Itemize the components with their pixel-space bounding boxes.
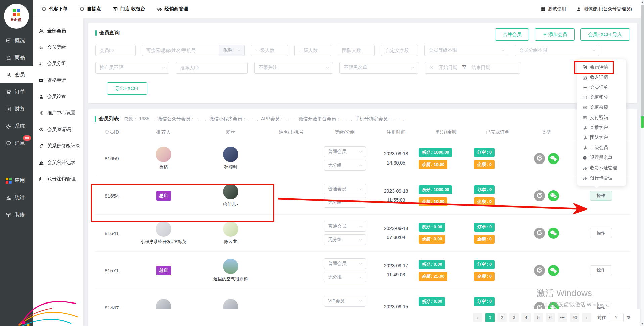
sidebar-item-orders[interactable]: 订单 — [0, 83, 33, 100]
group-select[interactable]: 无分组 — [324, 197, 366, 208]
submenu-qualification[interactable]: 资格申请 — [33, 72, 83, 88]
menu-item-income-detail[interactable]: 收入详情 — [577, 72, 626, 82]
submenu-member-groups[interactable]: 会员分组 — [33, 55, 83, 72]
menu-item-recharge-balance[interactable]: 充值余额 — [577, 102, 626, 112]
sidebar-item-goods[interactable]: 商品 — [0, 49, 33, 66]
scroll-up-icon[interactable]: ▲ — [641, 1, 644, 4]
last-page-button[interactable]: 70 — [570, 313, 579, 322]
chevron-down-icon — [237, 48, 241, 53]
group-select[interactable]: 无分组 — [324, 160, 366, 171]
level1-count-input[interactable] — [251, 45, 288, 56]
nav-item-proxy-order[interactable]: 代客下单 — [41, 6, 68, 12]
member-id-input[interactable] — [95, 45, 136, 56]
merge-member-button[interactable]: 合并会员 — [495, 28, 529, 41]
page-button[interactable]: 4 — [521, 313, 531, 322]
submenu-merge-log[interactable]: 会员合并记录 — [33, 154, 83, 171]
member-excel-import-button[interactable]: 会员EXCEL导入 — [580, 28, 630, 41]
scrollbar-thumb[interactable] — [641, 5, 644, 116]
scroll-down-icon[interactable]: ▼ — [641, 322, 644, 325]
sidebar-item-messages[interactable]: 消息80 — [0, 135, 33, 152]
chevron-down-icon — [358, 150, 363, 154]
menu-item-member-orders[interactable]: 会员订单 — [577, 82, 626, 92]
follow-filter-select[interactable]: 不限关注 — [254, 62, 333, 74]
page-scrollbar[interactable]: ▲ ▼ — [641, 0, 644, 326]
menu-item-recharge-points[interactable]: 充值积分 — [577, 92, 626, 102]
menu-item-upper-member[interactable]: 上级会员 — [577, 143, 626, 153]
level-select[interactable]: 普通会员 — [324, 221, 366, 232]
sidebar-item-statistics[interactable]: 统计 — [0, 189, 33, 206]
row-action-button[interactable]: 操作 — [590, 228, 612, 238]
submenu-invite-code[interactable]: 会员邀请码 — [33, 121, 83, 138]
nav-item-pickup-point[interactable]: 自提点 — [79, 6, 101, 12]
fan-cell: 陈云龙 — [195, 221, 266, 245]
add-member-button[interactable]: ＋ 添加会员 — [535, 28, 575, 41]
points-badge: 积分0.00 — [419, 297, 445, 306]
custom-field-input[interactable] — [381, 45, 418, 56]
member-level-select[interactable]: 会员等级不限 — [424, 45, 508, 56]
next-page-button[interactable]: › — [582, 313, 591, 322]
submenu-all-members[interactable]: 全部会员 — [33, 22, 83, 39]
sidebar-item-members[interactable]: 会员 — [0, 66, 33, 83]
page-button[interactable]: 6 — [546, 313, 555, 322]
keyword-input[interactable] — [142, 45, 219, 56]
blacklist-filter-select[interactable]: 不限黑名单 — [339, 62, 418, 74]
current-shop[interactable]: 测试使用 — [541, 6, 566, 12]
chevron-down-icon — [358, 262, 363, 266]
group-select[interactable]: 无分组 — [324, 234, 366, 245]
submenu-member-settings[interactable]: 会员设置 — [33, 88, 83, 105]
points-badge: 积分1000.00 — [419, 148, 452, 157]
menu-item-direct-customers[interactable]: 直推客户 — [577, 123, 626, 133]
menu-item-bankcard-management[interactable]: 银行卡管理 — [577, 173, 626, 183]
page-button[interactable]: 1 — [485, 313, 495, 322]
balance-badge: 余额10.00 — [419, 160, 447, 169]
menu-item-address-management[interactable]: 收货地址管理 — [577, 163, 626, 173]
page-button[interactable]: 5 — [534, 313, 543, 322]
menu-item-pay-password[interactable]: 支付密码 — [577, 112, 626, 123]
referrer-id-input[interactable] — [176, 62, 248, 74]
submenu-member-levels[interactable]: 会员等级 — [33, 39, 83, 55]
member-type-cell — [521, 153, 571, 164]
menu-item-set-blacklist[interactable]: 设置黑名单 — [577, 153, 626, 163]
menu-item-team-customers[interactable]: 团队客户 — [577, 133, 626, 143]
keyword-type-select[interactable]: 昵称 — [219, 45, 245, 56]
balance-badge: 余额25.00 — [419, 272, 447, 281]
submenu-account-cancellation[interactable]: 账号注销管理 — [33, 171, 83, 187]
page-button[interactable]: 3 — [509, 313, 519, 322]
row-action-button-active[interactable]: 操作 — [590, 191, 612, 201]
open-platform-icon — [534, 265, 545, 276]
sidebar-item-decorate[interactable]: 装修 — [0, 206, 33, 223]
level-select[interactable]: 普通会员 — [324, 146, 366, 157]
level-select[interactable]: VIP会员 — [324, 296, 366, 307]
member-type-cell — [521, 190, 571, 201]
ellipsis-button[interactable]: ••• — [558, 313, 567, 322]
sidebar-item-overview[interactable]: 概况 — [0, 32, 33, 49]
nav-item-dealer-management[interactable]: 经销商管理 — [157, 6, 188, 12]
sidebar-item-system[interactable]: 系统 — [0, 118, 33, 135]
fan-cell: 孙顺利 — [195, 147, 266, 170]
goto-page-input[interactable] — [609, 313, 624, 322]
page-button[interactable]: 2 — [497, 313, 507, 322]
member-group-select[interactable]: 会员分组不限 — [515, 45, 599, 56]
prev-page-button[interactable]: ‹ — [473, 313, 482, 322]
level-select[interactable]: 普通会员 — [324, 258, 366, 269]
team-count-input[interactable] — [338, 45, 375, 56]
sidebar-item-apps[interactable]: 应用 — [0, 172, 33, 189]
export-excel-button[interactable]: 导出EXCEL — [107, 82, 147, 95]
menu-item-member-detail[interactable]: 会员详情 — [577, 62, 626, 72]
submenu-promotion-settings[interactable]: 推广中心设置 — [33, 105, 83, 121]
level-select[interactable]: 普通会员 — [324, 184, 366, 194]
current-user[interactable]: 测试使用(公众号管理员) — [576, 6, 632, 12]
action-cell: 操作 — [571, 265, 631, 275]
orders-badge: 订单0 — [474, 185, 495, 194]
group-select[interactable]: 无分组 — [324, 272, 366, 282]
register-date-range-picker[interactable]: 开始日期 至 结束日期 — [425, 62, 520, 74]
promoter-select[interactable]: 推广员不限 — [95, 62, 169, 74]
avatar — [223, 221, 238, 237]
sidebar-item-finance[interactable]: 财务 — [0, 100, 33, 118]
nav-item-store-cashier[interactable]: 门店-收银台 — [112, 6, 145, 12]
submenu-relation-log[interactable]: 关系链修改记录 — [33, 138, 83, 154]
message-count-badge: 80 — [23, 135, 31, 141]
row-action-button[interactable]: 操作 — [590, 265, 612, 275]
scrollbar-marker — [641, 116, 644, 128]
level2-count-input[interactable] — [294, 45, 331, 56]
